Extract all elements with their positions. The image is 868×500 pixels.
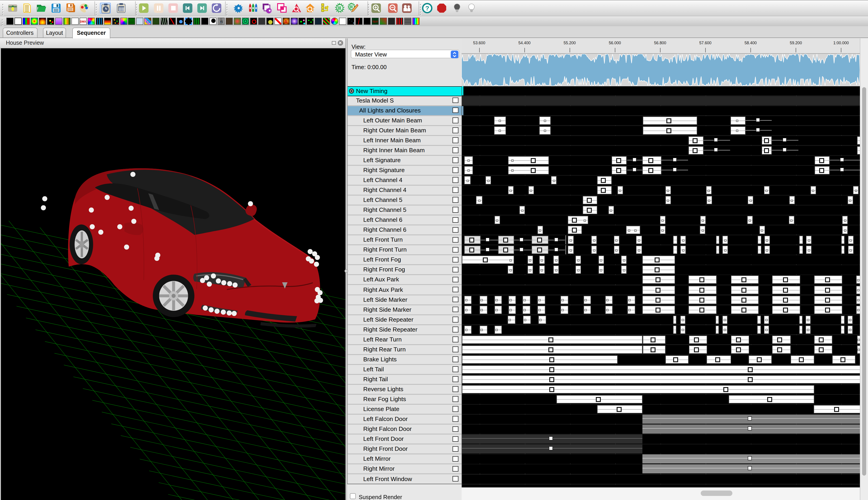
- svg-text:?: ?: [425, 5, 429, 12]
